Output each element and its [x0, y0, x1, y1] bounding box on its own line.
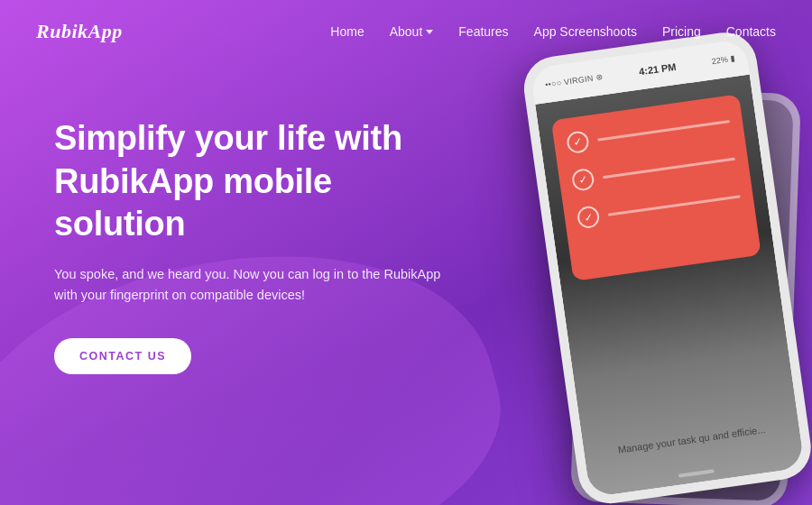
nav-item-features[interactable]: Features	[458, 23, 508, 40]
checkmark-icon-3: ✓	[583, 211, 594, 223]
navbar: RubikApp Home About Features App Screens…	[0, 0, 812, 63]
nav-item-screenshots[interactable]: App Screenshoots	[534, 23, 637, 40]
nav-link-contacts[interactable]: Contacts	[726, 24, 776, 39]
nav-item-contacts[interactable]: Contacts	[726, 23, 776, 40]
contact-us-button[interactable]: CONTACT US	[54, 338, 191, 374]
nav-link-about[interactable]: About	[390, 24, 434, 39]
nav-item-home[interactable]: Home	[330, 23, 364, 40]
app-checklist-card: ✓ ✓ ✓	[551, 94, 761, 280]
checklist-row-1: ✓	[566, 110, 732, 154]
checkmark-icon-2: ✓	[577, 174, 588, 186]
hero-title: Simplify your life with RubikApp mobile …	[54, 117, 469, 246]
hero-section: RubikApp Home About Features App Screens…	[0, 0, 812, 505]
nav-menu: Home About Features App Screenshoots Pri…	[330, 23, 776, 40]
checklist-row-2: ✓	[571, 148, 737, 192]
phone-carrier: ••○○ VIRGIN ⊛	[545, 72, 604, 89]
phone-time: 4:21 PM	[638, 61, 677, 78]
check-line-3	[608, 195, 741, 216]
phone-mockup-container: ••○○ VIRGIN ⊛ 4:21 PM 22% ▮ ✓	[478, 18, 785, 505]
nav-link-pricing[interactable]: Pricing	[662, 24, 701, 39]
nav-link-features[interactable]: Features	[458, 24, 508, 39]
phone-screen: ✓ ✓ ✓	[535, 74, 805, 497]
hero-subtitle: You spoke, and we heard you. Now you can…	[54, 264, 442, 306]
nav-item-pricing[interactable]: Pricing	[662, 23, 701, 40]
nav-link-screenshots[interactable]: App Screenshoots	[534, 24, 637, 39]
check-line-2	[603, 157, 735, 179]
checklist-row-3: ✓	[577, 185, 743, 229]
nav-link-home[interactable]: Home	[330, 24, 364, 39]
check-circle-2: ✓	[571, 168, 595, 192]
check-line-1	[597, 120, 730, 142]
nav-item-about[interactable]: About	[390, 24, 434, 39]
hero-content: Simplify your life with RubikApp mobile …	[0, 63, 469, 374]
checkmark-icon-1: ✓	[573, 136, 584, 148]
check-circle-3: ✓	[577, 205, 601, 229]
check-circle-1: ✓	[566, 130, 590, 154]
brand-logo[interactable]: RubikApp	[36, 20, 123, 43]
chevron-down-icon	[426, 30, 433, 34]
